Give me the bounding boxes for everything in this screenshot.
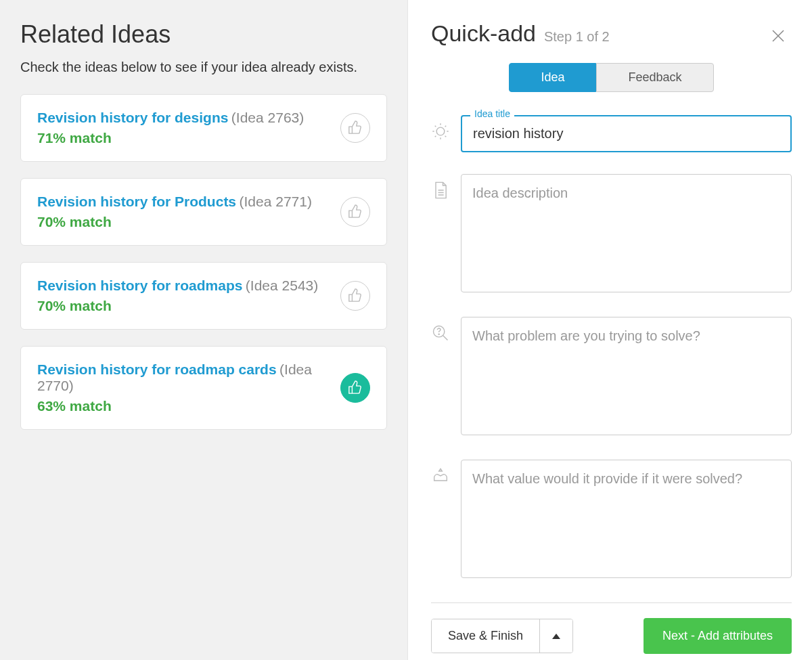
idea-card[interactable]: Revision history for Products (Idea 2771… (20, 178, 387, 246)
close-button[interactable] (769, 27, 788, 46)
idea-card[interactable]: Revision history for designs (Idea 2763)… (20, 94, 387, 162)
document-icon (431, 174, 461, 202)
thumbs-up-icon (348, 120, 363, 137)
hands-value-icon (431, 460, 461, 488)
tab-idea[interactable]: Idea (509, 63, 596, 92)
idea-title-link[interactable]: Revision history for roadmap cards (37, 361, 277, 377)
value-input[interactable] (461, 460, 792, 578)
lightbulb-icon (431, 115, 461, 144)
thumbs-up-icon (348, 204, 363, 221)
caret-up-icon (552, 634, 560, 639)
idea-title-input[interactable] (461, 115, 792, 152)
svg-point-0 (436, 127, 445, 135)
idea-reference: (Idea 2763) (231, 110, 304, 125)
thumbs-up-button[interactable] (340, 281, 370, 311)
idea-title-link[interactable]: Revision history for roadmaps (37, 278, 242, 293)
thumbs-up-button[interactable] (340, 197, 370, 227)
tab-group: Idea Feedback (431, 63, 792, 92)
quick-add-title: Quick-add (431, 20, 536, 47)
idea-title-link[interactable]: Revision history for Products (37, 194, 236, 209)
idea-card[interactable]: Revision history for roadmap cards (Idea… (20, 346, 387, 430)
idea-description-input[interactable] (461, 174, 792, 292)
idea-card[interactable]: Revision history for roadmaps (Idea 2543… (20, 262, 387, 330)
close-icon (770, 36, 786, 46)
idea-title-link[interactable]: Revision history for designs (37, 110, 228, 125)
save-finish-dropdown[interactable] (539, 619, 572, 653)
thumbs-up-icon (348, 288, 363, 305)
related-ideas-title: Related Ideas (20, 20, 387, 49)
idea-match: 70% match (37, 214, 330, 230)
thumbs-up-button[interactable] (340, 113, 370, 143)
idea-reference: (Idea 2543) (246, 278, 318, 293)
thumbs-up-icon (348, 380, 363, 397)
magnify-question-icon (431, 317, 461, 345)
idea-match: 70% match (37, 298, 330, 314)
idea-reference: (Idea 2771) (240, 194, 312, 209)
related-ideas-panel: Related Ideas Check the ideas below to s… (0, 0, 408, 660)
quick-add-panel: Quick-add Step 1 of 2 Idea Feedback Idea… (408, 0, 812, 660)
save-finish-button[interactable]: Save & Finish (432, 619, 539, 653)
step-indicator: Step 1 of 2 (544, 29, 610, 45)
idea-title-label: Idea title (470, 108, 514, 119)
svg-point-2 (438, 334, 439, 334)
idea-match: 63% match (37, 398, 330, 414)
next-add-attributes-button[interactable]: Next - Add attributes (644, 618, 792, 654)
tab-feedback[interactable]: Feedback (596, 63, 713, 92)
footer-actions: Save & Finish Next - Add attributes (431, 603, 792, 660)
idea-match: 71% match (37, 130, 330, 146)
related-ideas-subtitle: Check the ideas below to see if your ide… (20, 60, 387, 75)
save-finish-group: Save & Finish (431, 619, 573, 653)
problem-input[interactable] (461, 317, 792, 435)
thumbs-up-button[interactable] (340, 373, 370, 403)
